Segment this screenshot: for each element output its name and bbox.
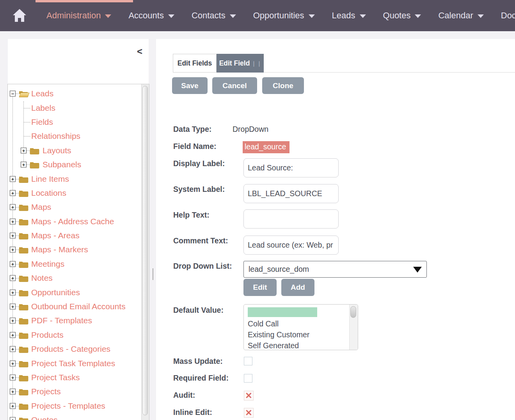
listbox-scrollbar-thumb[interactable]: [350, 306, 356, 318]
tree-item-label[interactable]: Subpanels: [43, 160, 81, 169]
tree-item[interactable]: Quotes: [8, 413, 141, 420]
tree-item[interactable]: Project Tasks: [8, 370, 141, 385]
mass-update-checkbox[interactable]: [244, 357, 252, 365]
tree-expander-icon[interactable]: [10, 289, 16, 295]
tree-scrollbar[interactable]: [141, 84, 149, 420]
tree-item-label[interactable]: Outbound Email Accounts: [31, 302, 126, 311]
tree-item-label[interactable]: Locations: [31, 188, 66, 198]
tree-item-label[interactable]: Layouts: [43, 146, 71, 155]
listbox-option[interactable]: [248, 307, 317, 317]
tree-item[interactable]: Subpanels: [8, 158, 141, 172]
tree-expander-icon[interactable]: [10, 360, 16, 366]
add-dropdown-button[interactable]: Add: [281, 279, 314, 296]
tree-item-label[interactable]: Project Task Templates: [31, 359, 115, 368]
system-label-input[interactable]: [243, 184, 339, 203]
tree-item[interactable]: Maps: [8, 200, 141, 214]
tree-expander-icon[interactable]: [10, 389, 16, 395]
tree-item[interactable]: Maps - Address Cache: [8, 214, 141, 229]
comment-text-input[interactable]: [243, 236, 339, 255]
tree-expander-icon[interactable]: [10, 346, 16, 352]
tree-item-label[interactable]: Notes: [31, 273, 53, 283]
tree-item-label[interactable]: Labels: [31, 103, 55, 113]
tree-item[interactable]: Outbound Email Accounts: [8, 299, 141, 314]
home-button[interactable]: [12, 8, 27, 23]
clone-button[interactable]: Clone: [262, 77, 304, 94]
tree-item[interactable]: Meetings: [8, 257, 141, 271]
tree-item[interactable]: Layouts: [8, 144, 141, 158]
tree-item-label[interactable]: Line Items: [31, 174, 69, 184]
listbox-option[interactable]: Existing Customer: [248, 329, 358, 340]
tree-item[interactable]: Products - Categories: [8, 342, 141, 356]
tree-item[interactable]: Locations: [8, 186, 141, 200]
tree-item-label[interactable]: Products: [31, 330, 64, 340]
tree-item-label[interactable]: Projects: [31, 387, 61, 396]
tree-expander-icon[interactable]: [10, 233, 16, 239]
tree-expander-icon[interactable]: [10, 247, 16, 253]
tree-expander-icon[interactable]: [21, 147, 27, 153]
tree-item[interactable]: Leads: [8, 87, 141, 101]
listbox-option[interactable]: Cold Call: [248, 318, 358, 329]
tree-item[interactable]: Maps - Areas: [8, 229, 141, 243]
tree-item[interactable]: Maps - Markers: [8, 243, 141, 257]
tree-item-label[interactable]: Relationships: [31, 131, 80, 141]
tree-item[interactable]: PDF - Templates: [8, 314, 141, 328]
nav-item[interactable]: Leads: [332, 11, 366, 21]
sidebar-collapse-button[interactable]: <: [137, 47, 142, 56]
tree-item-label[interactable]: Meetings: [31, 259, 64, 269]
tree-item-label[interactable]: Opportunities: [31, 288, 80, 297]
nav-item[interactable]: Quotes: [383, 11, 421, 21]
tree-expander-icon[interactable]: [10, 403, 16, 409]
tree-expander-icon[interactable]: [10, 176, 16, 182]
nav-item[interactable]: Contacts: [192, 11, 236, 21]
tree-item-label[interactable]: Project Tasks: [31, 373, 80, 382]
nav-item[interactable]: Documents: [501, 11, 515, 21]
tree-item[interactable]: Notes: [8, 271, 141, 285]
tree-item[interactable]: Relationships: [8, 129, 141, 143]
tree-item[interactable]: Fields: [8, 115, 141, 129]
tree-item[interactable]: Products: [8, 328, 141, 342]
nav-item[interactable]: Opportunities: [253, 11, 315, 21]
tree-item-label[interactable]: Quotes: [31, 415, 58, 420]
tree-item-label[interactable]: Projects - Templates: [31, 401, 105, 411]
cancel-button[interactable]: Cancel: [212, 77, 257, 94]
nav-item[interactable]: Administration: [46, 11, 111, 21]
tab-edit-field[interactable]: Edit Field | |: [217, 54, 264, 73]
tree-expander-icon[interactable]: [10, 261, 16, 267]
tree-item-label[interactable]: Maps - Markers: [31, 245, 88, 254]
default-value-listbox[interactable]: Cold Call Existing Customer Self Generat…: [243, 304, 358, 350]
tree-expander-icon[interactable]: [10, 190, 16, 196]
tree-expander-icon[interactable]: [10, 417, 16, 420]
audit-checkbox[interactable]: [244, 391, 254, 401]
tree-item-label[interactable]: Maps: [31, 202, 51, 212]
tree-item-label[interactable]: PDF - Templates: [31, 316, 92, 325]
tree-item[interactable]: Opportunities: [8, 285, 141, 299]
tree-item-label[interactable]: Fields: [31, 117, 53, 127]
help-text-input[interactable]: [243, 209, 339, 229]
tree-item[interactable]: Project Task Templates: [8, 356, 141, 370]
tree-expander-icon[interactable]: [10, 218, 16, 224]
tree-expander-icon[interactable]: [10, 375, 16, 381]
inline-edit-checkbox[interactable]: [244, 408, 254, 418]
nav-item[interactable]: Calendar: [438, 11, 483, 21]
tree-scrollbar-thumb[interactable]: [142, 86, 148, 415]
listbox-option[interactable]: Self Generated: [248, 340, 358, 350]
tree-expander-icon[interactable]: [10, 332, 16, 338]
nav-item[interactable]: Accounts: [128, 11, 174, 21]
tree-expander-icon[interactable]: [21, 162, 27, 168]
listbox-scrollbar[interactable]: [349, 305, 358, 350]
tree-item-label[interactable]: Leads: [31, 89, 53, 98]
tree-item[interactable]: Line Items: [8, 172, 141, 186]
tree-item[interactable]: Projects: [8, 385, 141, 399]
required-field-checkbox[interactable]: [244, 374, 252, 383]
tree-expander-icon[interactable]: [10, 304, 16, 310]
tree-expander-icon[interactable]: [10, 318, 16, 324]
tree-expander-icon[interactable]: [10, 204, 16, 210]
tab-edit-fields[interactable]: Edit Fields: [173, 54, 217, 73]
edit-dropdown-button[interactable]: Edit: [243, 279, 277, 296]
display-label-input[interactable]: [243, 158, 339, 177]
tree-item-label[interactable]: Maps - Areas: [31, 231, 80, 240]
tree-item[interactable]: Labels: [8, 101, 141, 115]
tree-expander-icon[interactable]: [10, 91, 16, 97]
tree-item[interactable]: Projects - Templates: [8, 399, 141, 413]
tree-item-label[interactable]: Products - Categories: [31, 344, 110, 354]
